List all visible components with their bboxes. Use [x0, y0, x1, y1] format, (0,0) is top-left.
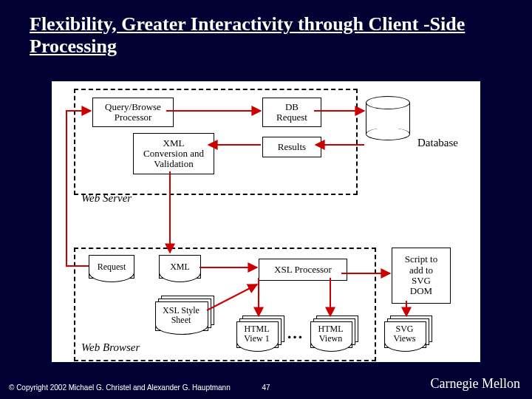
xsl-processor-box: XSL Processor — [259, 259, 347, 281]
query-browse-box: Query/Browse Processor — [92, 98, 174, 127]
database-icon — [366, 96, 410, 140]
xml-doc: XML — [159, 255, 201, 279]
page-number: 47 — [262, 383, 270, 392]
slide: Flexibility, Greater Interactivity throu… — [0, 0, 532, 399]
html-view-n-stack: HTML Viewn — [310, 321, 351, 347]
university-name: Carnegie Mellon — [431, 376, 520, 392]
svg-views-stack: SVG Views — [384, 321, 425, 347]
diagram-canvas: Web Server Web Browser Query/Browse Proc… — [52, 81, 480, 362]
slide-title: Flexibility, Greater Interactivity throu… — [30, 13, 502, 58]
results-box: Results — [262, 137, 321, 157]
copyright: © Copyright 2002 Michael G. Christel and… — [9, 383, 231, 392]
db-request-box: DB Request — [262, 98, 321, 127]
ellipsis: … — [287, 324, 303, 343]
html-view-1-stack: HTML View 1 — [236, 321, 277, 347]
web-server-label: Web Server — [81, 192, 132, 205]
xml-conversion-box: XML Conversion and Validation — [133, 133, 214, 174]
script-box: Script to add to SVG DOM — [392, 248, 451, 304]
web-browser-label: Web Browser — [81, 341, 140, 354]
database-label: Database — [417, 137, 458, 149]
request-doc: Request — [89, 255, 134, 279]
xsl-style-sheet-stack: XSL Style Sheet — [155, 301, 207, 330]
